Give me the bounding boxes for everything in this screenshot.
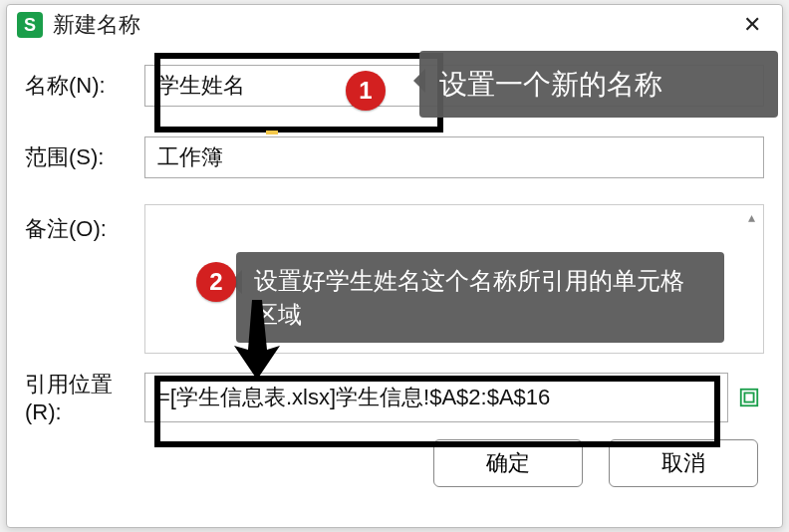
annotation-callout-2: 设置好学生姓名这个名称所引用的单元格区域 [236,252,724,343]
ok-button[interactable]: 确定 [433,439,583,487]
refers-label: 引用位置(R): [25,370,144,425]
app-icon: S [17,12,43,38]
scroll-up-icon[interactable]: ▴ [741,207,761,227]
text-caret-icon [266,115,278,134]
svg-rect-1 [744,393,753,401]
name-label: 名称(N): [25,71,144,101]
range-picker-icon[interactable] [734,387,764,408]
annotation-badge-2: 2 [196,262,236,302]
svg-rect-0 [741,390,758,406]
annotation-callout-1: 设置一个新的名称 [419,51,778,118]
annotation-badge-1: 1 [346,71,386,111]
refers-input[interactable] [144,373,728,422]
scope-select[interactable] [144,136,764,178]
new-name-dialog: S 新建名称 ✕ 名称(N): 范围(S): 备注(O): ▴ 引用位置(R):… [6,4,783,528]
titlebar: S 新建名称 ✕ [7,5,782,45]
comment-label: 备注(O): [25,214,144,244]
close-button[interactable]: ✕ [732,5,772,45]
scope-label: 范围(S): [25,142,144,172]
cancel-button[interactable]: 取消 [609,439,758,487]
dialog-title: 新建名称 [53,10,140,40]
